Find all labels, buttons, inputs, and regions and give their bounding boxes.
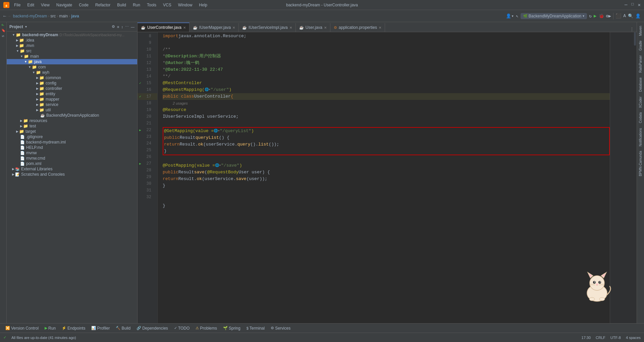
tree-item-main[interactable]: ▼ 📁 main <box>7 54 137 59</box>
menu-tools[interactable]: Tools <box>145 2 158 8</box>
code-content[interactable]: import javax.annotation.Resource; /** * … <box>158 32 610 323</box>
right-tab-notifications[interactable]: Notifications <box>638 126 643 148</box>
tree-item-controller[interactable]: ▶ 📁 controller <box>7 86 137 91</box>
tree-item-java[interactable]: ▼ 📁 java <box>7 59 137 64</box>
toolbar-btn-debug[interactable]: 🐞 <box>599 13 604 19</box>
tree-expand-test[interactable]: ▶ <box>20 124 22 128</box>
close-button[interactable]: ✕ <box>638 2 641 8</box>
tree-item-project[interactable]: ▼ 📁 backend-myDream D:\Tools\JavaWorkSpa… <box>7 32 137 38</box>
tab-close-usercontroller[interactable]: ✕ <box>183 26 186 30</box>
toolbar-btn-refresh[interactable]: ↻ <box>589 13 592 19</box>
menu-help[interactable]: Help <box>197 2 209 8</box>
tree-expand-service[interactable]: ▶ <box>36 103 39 106</box>
tab-iuserserviceimpl[interactable]: ☕ IUserServiceImpl.java ✕ <box>239 23 296 32</box>
maximize-button[interactable]: □ <box>631 2 634 8</box>
right-tab-bpmn[interactable]: BPMN-Camunda <box>638 149 643 178</box>
project-dropdown[interactable]: ▾ <box>25 25 27 28</box>
tree-expand-target[interactable]: ▶ <box>16 130 18 133</box>
toolbar-btn-stop[interactable]: ⬛ <box>615 13 621 19</box>
breadcrumb-main[interactable]: main <box>59 14 68 18</box>
scroll-indicator[interactable] <box>634 32 636 46</box>
toolbar-btn-run[interactable]: ▶ <box>594 13 596 19</box>
menu-navigate[interactable]: Navigate <box>54 2 74 8</box>
tree-expand-wyh[interactable]: ▼ <box>32 71 35 74</box>
tree-expand-mapper[interactable]: ▶ <box>36 98 39 101</box>
tree-expand-com[interactable]: ▼ <box>28 65 31 69</box>
tree-item-mvnwcmd[interactable]: 📄 mvnw.cmd <box>7 156 137 161</box>
tree-expand-project[interactable]: ▼ <box>12 33 15 37</box>
bottom-tab-todo[interactable]: ✓ TODO <box>171 325 192 331</box>
tree-expand-idea[interactable]: ▶ <box>16 39 18 42</box>
right-tab-maven[interactable]: Maven <box>638 24 643 38</box>
tree-item-help[interactable]: 📄 HELP.md <box>7 145 137 150</box>
run-config-selector[interactable]: 🌿 BackendMyDreamApplication ▾ <box>521 13 587 19</box>
tab-user[interactable]: ☕ User.java ✕ <box>296 23 330 32</box>
tab-bar-options[interactable]: ⋮ <box>627 27 637 32</box>
tree-item-app[interactable]: ☕ BackendMyDreamApplication <box>7 113 137 118</box>
tree-item-mvnw[interactable]: 📄 mvnw <box>7 150 137 156</box>
tree-expand-resources[interactable]: ▶ <box>20 119 22 122</box>
tree-expand-extlibs[interactable]: ▶ <box>12 167 14 171</box>
bottom-tab-problems[interactable]: ⚠ Problems <box>193 325 220 331</box>
project-scope[interactable]: ≡ <box>117 25 119 29</box>
tree-expand-util[interactable]: ▶ <box>36 108 39 112</box>
project-hide[interactable]: — <box>131 25 135 29</box>
bottom-tab-build[interactable]: 🔨 Build <box>113 325 133 331</box>
scrollbar-minimap[interactable] <box>610 32 637 323</box>
menu-run[interactable]: Run <box>131 2 142 8</box>
toolbar-btn-profile[interactable]: 👤 <box>635 13 641 19</box>
tree-expand-config[interactable]: ▶ <box>36 81 39 85</box>
right-tab-codata[interactable]: Codata <box>638 110 643 125</box>
breadcrumb-src[interactable]: src <box>50 14 56 18</box>
project-collapse[interactable]: ↕ <box>121 25 123 29</box>
tree-item-common[interactable]: ▶ 📁 common <box>7 75 137 80</box>
tree-expand-src[interactable]: ▼ <box>16 49 19 53</box>
menu-file[interactable]: File <box>12 2 22 8</box>
menu-refactor[interactable]: Refactor <box>93 2 112 8</box>
tab-usercontroller[interactable]: ☕ UserController.java ✕ <box>138 22 190 32</box>
menu-window[interactable]: Window <box>176 2 195 8</box>
tree-item-entity[interactable]: ▶ 📁 entity <box>7 91 137 97</box>
project-settings[interactable]: ⋯ <box>125 24 129 29</box>
menu-view[interactable]: View <box>39 2 52 8</box>
structure-icon[interactable]: S <box>2 35 5 37</box>
toolbar-btn-forward[interactable]: → <box>7 13 10 19</box>
breadcrumb-java[interactable]: java <box>71 14 79 18</box>
right-tab-database[interactable]: Database <box>638 75 643 94</box>
status-indent[interactable]: 4 spaces <box>626 336 641 340</box>
tab-close-iuserserviceimpl[interactable]: ✕ <box>289 26 292 30</box>
bottom-tab-services[interactable]: ⚙ Services <box>268 325 293 331</box>
right-tab-gradle[interactable]: Gradle <box>638 39 643 53</box>
tree-expand-mvn[interactable]: ▶ <box>16 44 18 47</box>
tree-item-com[interactable]: ▼ 📁 com <box>7 64 137 70</box>
status-charset[interactable]: UTF-8 <box>610 336 621 340</box>
tab-close-appprops[interactable]: ✕ <box>379 26 381 30</box>
tab-iusermapper[interactable]: ☕ IUserMapper.java ✕ <box>190 23 239 32</box>
toolbar-btn-translate[interactable]: A <box>623 13 626 18</box>
tree-expand-common[interactable]: ▶ <box>36 76 39 79</box>
bottom-tab-terminal[interactable]: $ Terminal <box>244 325 267 331</box>
tab-close-user[interactable]: ✕ <box>324 26 327 30</box>
menu-vcs[interactable]: VCS <box>161 2 173 8</box>
tree-item-wyh[interactable]: ▼ 📁 wyh <box>7 70 137 75</box>
bottom-tab-spring[interactable]: 🌱 Spring <box>220 325 243 331</box>
toolbar-btn-cursor[interactable]: ↖ <box>516 13 519 19</box>
project-icon[interactable]: P <box>1 24 5 26</box>
bookmark-icon[interactable]: 🔖 <box>1 28 5 33</box>
tree-item-src[interactable]: ▼ 📁 src <box>7 48 137 54</box>
menu-build[interactable]: Build <box>115 2 128 8</box>
breadcrumb-project[interactable]: backend-myDream <box>13 14 47 18</box>
tree-expand-controller[interactable]: ▶ <box>36 87 39 90</box>
bottom-tab-endpoints[interactable]: ⚡ Endpoints <box>59 325 88 331</box>
tree-expand-entity[interactable]: ▶ <box>36 92 39 96</box>
tree-item-resources[interactable]: ▶ 📁 resources <box>7 118 137 123</box>
status-encoding[interactable]: CRLF <box>596 336 605 340</box>
toolbar-btn-run-with[interactable]: ⚙▶ <box>606 13 611 19</box>
right-tab-xcoder[interactable]: XCoder <box>638 95 643 110</box>
toolbar-btn-search[interactable]: 🔍 <box>628 13 633 19</box>
toolbar-btn-back[interactable]: ← <box>3 13 6 19</box>
tree-item-extlibs[interactable]: ▶ 📚 External Libraries <box>7 166 137 172</box>
toolbar-btn-person[interactable]: 👤▾ <box>506 13 514 19</box>
tree-item-scratches[interactable]: ▶ 📝 Scratches and Consoles <box>7 172 137 177</box>
tree-item-gitignore[interactable]: 📄 .gitignore <box>7 134 137 139</box>
